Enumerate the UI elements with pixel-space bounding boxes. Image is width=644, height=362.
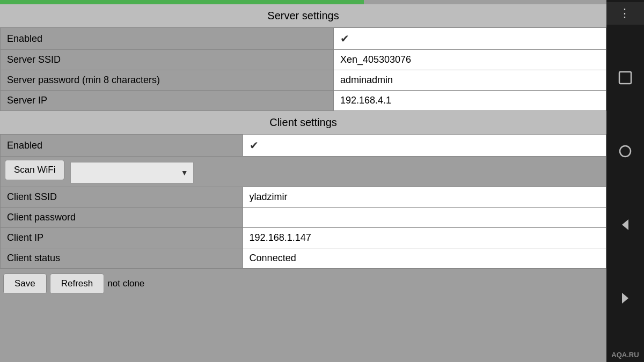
- enabled-checkbox[interactable]: ✔: [333, 28, 606, 50]
- sidebar-icons: [613, 25, 637, 351]
- table-row: Server IP: [1, 91, 606, 111]
- save-button[interactable]: Save: [3, 274, 47, 294]
- client-settings-table: Enabled ✔ Scan WiFi ▼ Client SS: [0, 134, 606, 269]
- server-settings-title: Server settings: [0, 4, 606, 27]
- server-password-value[interactable]: [333, 70, 606, 91]
- client-password-label: Client password: [1, 208, 243, 228]
- table-row: Enabled ✔: [1, 135, 606, 157]
- server-password-label: Server password (min 8 characters): [1, 70, 334, 91]
- client-ssid-value[interactable]: [243, 187, 606, 208]
- table-row: Client status Connected: [1, 248, 606, 269]
- client-settings-section: Client settings Enabled ✔ Scan WiFi ▼: [0, 111, 606, 269]
- client-status-label: Client status: [1, 248, 243, 269]
- aqa-watermark: AQA.RU: [611, 351, 639, 362]
- client-settings-title: Client settings: [0, 111, 606, 134]
- client-ssid-label: Client SSID: [1, 187, 243, 208]
- forward-icon[interactable]: [613, 286, 637, 310]
- refresh-circle-icon[interactable]: [613, 139, 637, 163]
- table-row: Client SSID: [1, 187, 606, 208]
- client-enabled-label: Enabled: [1, 135, 243, 157]
- server-settings-table: Enabled ✔ Server SSID Server password (m…: [0, 27, 606, 111]
- client-ip-input[interactable]: [250, 232, 599, 243]
- scan-wifi-button[interactable]: Scan WiFi: [5, 160, 64, 180]
- client-password-value[interactable]: [243, 208, 606, 228]
- server-ssid-label: Server SSID: [1, 50, 334, 70]
- table-row: Enabled ✔: [1, 28, 606, 50]
- enabled-label: Enabled: [1, 28, 334, 50]
- client-ip-label: Client IP: [1, 228, 243, 248]
- sidebar-top-bar: ⋮: [606, 2, 644, 25]
- right-sidebar: ⋮ AQA.RU: [606, 0, 644, 362]
- server-ssid-input[interactable]: [340, 54, 599, 65]
- back-icon[interactable]: [613, 213, 637, 237]
- bottom-bar: Save Refresh not clone: [0, 269, 606, 298]
- settings-container: Server settings Enabled ✔ Server SSID Se…: [0, 4, 606, 362]
- checkmark-icon: ✔: [340, 33, 349, 45]
- main-content: Server settings Enabled ✔ Server SSID Se…: [0, 0, 606, 362]
- server-ip-value[interactable]: [333, 91, 606, 111]
- svg-marker-3: [622, 293, 628, 304]
- client-password-input[interactable]: [250, 212, 599, 223]
- server-settings-section: Server settings Enabled ✔ Server SSID Se…: [0, 4, 606, 111]
- client-enabled-checkbox[interactable]: ✔: [243, 135, 606, 157]
- client-status-value: Connected: [243, 248, 606, 269]
- server-ip-label: Server IP: [1, 91, 334, 111]
- not-clone-label: not clone: [107, 278, 144, 289]
- server-ip-input[interactable]: [340, 95, 599, 106]
- table-row: Client IP: [1, 228, 606, 248]
- table-row: Server password (min 8 characters): [1, 70, 606, 91]
- client-ssid-input[interactable]: [250, 191, 599, 203]
- client-ip-value[interactable]: [243, 228, 606, 248]
- scan-wifi-row: Scan WiFi ▼: [1, 157, 606, 187]
- refresh-button[interactable]: Refresh: [50, 274, 105, 294]
- svg-marker-2: [622, 219, 628, 230]
- client-status-text: Connected: [250, 253, 296, 263]
- rectangle-icon[interactable]: [613, 66, 637, 90]
- table-row: Client password: [1, 208, 606, 228]
- server-ssid-value[interactable]: [333, 50, 606, 70]
- server-password-input[interactable]: [340, 75, 599, 86]
- svg-rect-0: [619, 72, 631, 84]
- top-bar: [0, 0, 364, 4]
- wifi-dropdown[interactable]: ▼: [70, 162, 194, 183]
- chevron-down-icon: ▼: [181, 168, 188, 177]
- table-row: Server SSID: [1, 50, 606, 70]
- more-options-icon[interactable]: ⋮: [619, 6, 632, 20]
- svg-point-1: [620, 146, 631, 157]
- client-checkmark-icon: ✔: [250, 139, 259, 151]
